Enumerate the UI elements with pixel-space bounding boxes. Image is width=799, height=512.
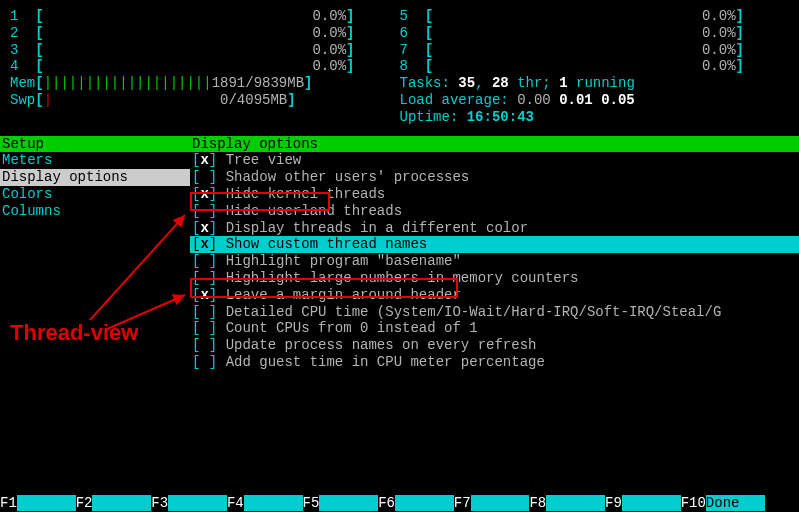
display-option-display-threads-in-a-different-color[interactable]: [x] Display threads in a different color <box>190 220 799 237</box>
display-options-panel: Display options [x] Tree view[ ] Shadow … <box>190 136 799 371</box>
setup-menu-item-display-options[interactable]: Display options <box>0 169 190 186</box>
display-option-hide-userland-threads[interactable]: [ ] Hide userland threads <box>190 203 799 220</box>
fkey-f6[interactable] <box>395 495 454 511</box>
display-option-leave-a-margin-around-header[interactable]: [x] Leave a margin around header <box>190 287 799 304</box>
setup-menu-item-colors[interactable]: Colors <box>0 186 190 203</box>
fkey-f2[interactable] <box>92 495 151 511</box>
fkey-f4[interactable] <box>244 495 303 511</box>
display-option-hide-kernel-threads[interactable]: [x] Hide kernel threads <box>190 186 799 203</box>
fkey-f7[interactable] <box>471 495 530 511</box>
setup-menu-item-columns[interactable]: Columns <box>0 203 190 220</box>
display-option-show-custom-thread-names[interactable]: [x] Show custom thread names <box>190 236 799 253</box>
display-option-shadow-other-users-processes[interactable]: [ ] Shadow other users' processes <box>190 169 799 186</box>
fkey-f9[interactable] <box>622 495 681 511</box>
setup-menu-header: Setup <box>0 136 190 153</box>
fkey-f10[interactable]: Done <box>706 495 765 511</box>
fkey-f3[interactable] <box>168 495 227 511</box>
display-option-update-process-names-on-every-refresh[interactable]: [ ] Update process names on every refres… <box>190 337 799 354</box>
setup-panel: Setup MetersDisplay optionsColorsColumns… <box>0 136 799 371</box>
display-option-add-guest-time-in-cpu-meter-percentage[interactable]: [ ] Add guest time in CPU meter percenta… <box>190 354 799 371</box>
setup-menu-item-meters[interactable]: Meters <box>0 152 190 169</box>
display-option-detailed-cpu-time-system-io-wait-hard-irq-soft-irq-steal-g[interactable]: [ ] Detailed CPU time (System/IO-Wait/Ha… <box>190 304 799 321</box>
display-options-header: Display options <box>190 136 799 153</box>
display-option-tree-view[interactable]: [x] Tree view <box>190 152 799 169</box>
function-key-bar: F1 F2 F3 F4 F5 F6 F7 F8 F9 F10Done <box>0 495 799 512</box>
fkey-f8[interactable] <box>546 495 605 511</box>
setup-menu: Setup MetersDisplay optionsColorsColumns <box>0 136 190 371</box>
fkey-f1[interactable] <box>17 495 76 511</box>
display-option-count-cpus-from-0-instead-of-1[interactable]: [ ] Count CPUs from 0 instead of 1 <box>190 320 799 337</box>
display-option-highlight-large-numbers-in-memory-counters[interactable]: [ ] Highlight large numbers in memory co… <box>190 270 799 287</box>
display-option-highlight-program-basename[interactable]: [ ] Highlight program "basename" <box>190 253 799 270</box>
header-meters: 1 [ 0.0%]2 [ 0.0%]3 [ 0.0%]4 [ 0.0%]Mem[… <box>0 0 799 130</box>
fkey-f5[interactable] <box>319 495 378 511</box>
